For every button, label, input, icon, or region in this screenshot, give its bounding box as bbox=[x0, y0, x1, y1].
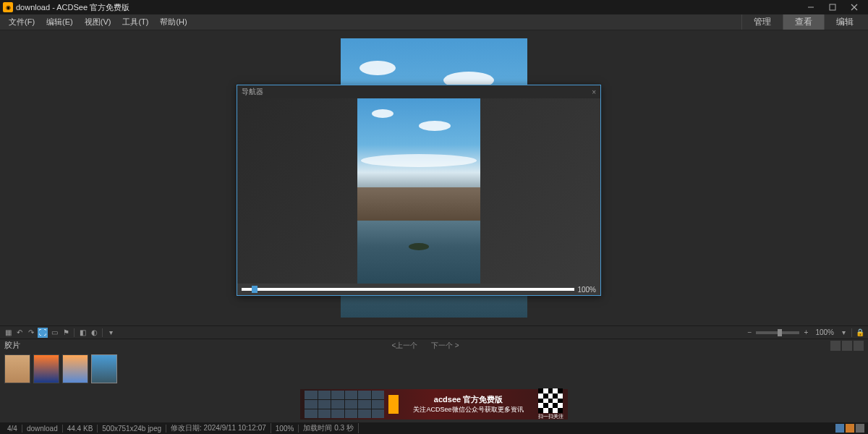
status-index: 4/4 bbox=[3, 425, 22, 433]
app-icon: ◉ bbox=[3, 2, 13, 12]
tool-lock-icon[interactable]: 🔒 bbox=[855, 328, 865, 338]
filmstrip bbox=[0, 352, 868, 386]
tool-flag-icon[interactable]: ⚑ bbox=[61, 328, 71, 338]
filmstrip-layout-icon-1[interactable] bbox=[830, 341, 841, 351]
zoom-slider-thumb[interactable] bbox=[778, 329, 782, 336]
view-toolbar: ▦ ↶ ↷ ⛶ ▭ ⚑ ◧ ◐ ▾ − + 100% ▾ 🔒 bbox=[0, 326, 868, 339]
menubar: 文件(F) 编辑(E) 视图(V) 工具(T) 帮助(H) 管理 查看 编辑 bbox=[0, 14, 868, 30]
window-title: download - ACDSee 官方免费版 bbox=[16, 2, 800, 13]
tool-rotate-right-icon[interactable]: ↷ bbox=[26, 328, 36, 338]
thumb-3[interactable] bbox=[62, 354, 88, 383]
minimize-button[interactable] bbox=[800, 0, 822, 14]
navigator-thumbnail[interactable] bbox=[357, 98, 480, 284]
titlebar: ◉ download - ACDSee 官方免费版 bbox=[0, 0, 868, 14]
navigator-zoom-slider[interactable]: 100% bbox=[237, 284, 600, 295]
ad-thumbs-icon bbox=[305, 391, 384, 418]
qr-code-icon bbox=[538, 388, 563, 413]
tool-info-icon[interactable]: ◐ bbox=[89, 328, 99, 338]
zoom-in-icon[interactable]: + bbox=[801, 328, 811, 338]
status-loadtime: 加载时间 0.3 秒 bbox=[299, 423, 358, 433]
status-folder: download bbox=[22, 425, 63, 433]
zoom-dropdown-icon[interactable]: ▾ bbox=[838, 328, 848, 338]
zoom-out-icon[interactable]: − bbox=[744, 328, 754, 338]
zoom-percent: 100% bbox=[812, 328, 837, 336]
mode-manage[interactable]: 管理 bbox=[741, 14, 783, 30]
ad[interactable]: acdsee 官方免费版 关注ACDSee微信公众号获取更多资讯 扫一扫关注 bbox=[300, 389, 568, 420]
close-button[interactable] bbox=[843, 0, 865, 14]
filmstrip-next[interactable]: 下一个 > bbox=[425, 341, 465, 349]
navigator-body[interactable] bbox=[237, 98, 600, 284]
tool-grid-icon[interactable]: ▦ bbox=[3, 328, 13, 338]
mode-edit[interactable]: 编辑 bbox=[824, 14, 865, 30]
tool-select-icon[interactable]: ▭ bbox=[49, 328, 59, 338]
maximize-button[interactable] bbox=[822, 0, 843, 14]
status-icon-3[interactable] bbox=[856, 424, 864, 433]
menu-help[interactable]: 帮助(H) bbox=[154, 15, 192, 29]
status-icon-2[interactable] bbox=[846, 424, 854, 433]
mode-view[interactable]: 查看 bbox=[783, 14, 824, 30]
thumb-2[interactable] bbox=[33, 354, 59, 383]
statusbar: 4/4 download 44.4 KB 500x751x24b jpeg 修改… bbox=[0, 422, 868, 434]
navigator-close-icon[interactable]: × bbox=[592, 88, 596, 96]
status-zoom: 100% bbox=[271, 425, 299, 433]
slider-track[interactable] bbox=[242, 288, 574, 291]
tool-tag-icon[interactable]: ◧ bbox=[77, 328, 88, 338]
image-viewer[interactable]: 导航器 × 100% bbox=[0, 30, 868, 326]
navigator-panel[interactable]: 导航器 × 100% bbox=[237, 85, 601, 296]
menu-edit[interactable]: 编辑(E) bbox=[41, 15, 79, 29]
thumb-4[interactable] bbox=[91, 354, 117, 383]
navigator-title: 导航器 bbox=[242, 87, 263, 97]
menu-tools[interactable]: 工具(T) bbox=[116, 15, 154, 29]
menu-view[interactable]: 视图(V) bbox=[79, 15, 117, 29]
menu-file[interactable]: 文件(F) bbox=[3, 15, 41, 29]
status-icon-1[interactable] bbox=[835, 424, 844, 433]
tool-more-icon[interactable]: ▾ bbox=[106, 328, 116, 338]
ad-box-icon bbox=[388, 395, 399, 414]
svg-rect-1 bbox=[830, 4, 835, 10]
filmstrip-prev[interactable]: <上一个 bbox=[386, 341, 423, 349]
filmstrip-label: 胶片 bbox=[4, 340, 20, 351]
filmstrip-header: 胶片 <上一个 下一个 > bbox=[0, 339, 868, 352]
qr-label: 扫一扫关注 bbox=[538, 413, 563, 420]
thumb-1[interactable] bbox=[4, 354, 30, 383]
tool-rotate-left-icon[interactable]: ↶ bbox=[14, 328, 25, 338]
ad-line1: acdsee 官方免费版 bbox=[403, 394, 534, 405]
navigator-titlebar[interactable]: 导航器 × bbox=[237, 85, 600, 98]
zoom-slider[interactable] bbox=[756, 331, 799, 334]
navigator-zoom-percent: 100% bbox=[577, 286, 596, 294]
ad-text: acdsee 官方免费版 关注ACDSee微信公众号获取更多资讯 bbox=[403, 394, 534, 414]
filmstrip-layout-icon-2[interactable] bbox=[842, 341, 852, 351]
status-modified: 修改日期: 2024/9/11 10:12:07 bbox=[166, 423, 271, 433]
ad-banner: acdsee 官方免费版 关注ACDSee微信公众号获取更多资讯 扫一扫关注 bbox=[0, 386, 868, 422]
status-filesize: 44.4 KB bbox=[63, 425, 98, 433]
tool-fit-icon[interactable]: ⛶ bbox=[38, 328, 48, 338]
filmstrip-layout-icon-3[interactable] bbox=[854, 341, 864, 351]
status-dimensions: 500x751x24b jpeg bbox=[98, 425, 166, 433]
slider-thumb[interactable] bbox=[252, 286, 258, 293]
ad-line2: 关注ACDSee微信公众号获取更多资讯 bbox=[403, 405, 534, 414]
